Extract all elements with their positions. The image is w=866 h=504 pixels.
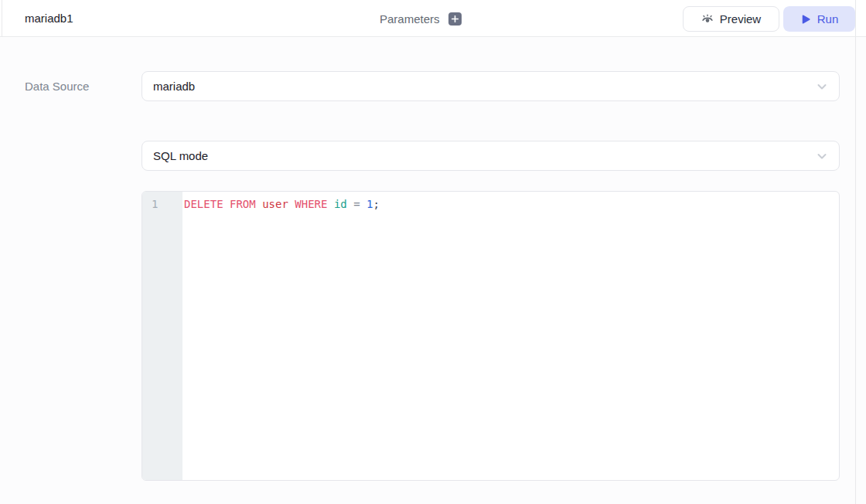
sql-code-editor: 1 DELETE FROM user WHERE id = 1; [141,191,840,481]
code-input-area[interactable]: DELETE FROM user WHERE id = 1; [182,192,839,480]
preview-button-label: Preview [720,12,761,26]
line-number: 1 [142,192,182,211]
query-title[interactable]: mariadb1 [25,0,73,37]
query-config-panel: Data Source mariadb SQL mode 1 DELETE FR… [0,38,866,504]
panel-divider [2,0,2,37]
play-icon [800,14,811,25]
eye-icon [701,13,714,26]
data-source-select-value: mariadb [142,80,195,93]
run-button[interactable]: Run [783,6,855,32]
run-button-label: Run [817,12,839,26]
add-parameter-button[interactable] [448,12,462,26]
parameters-label: Parameters [380,12,440,26]
chevron-down-icon [814,148,830,164]
editor-gutter: 1 [142,192,182,480]
data-source-label: Data Source [25,71,89,101]
data-source-select[interactable]: mariadb [141,71,840,101]
preview-button[interactable]: Preview [683,6,779,32]
parameters-group: Parameters [380,0,462,37]
mode-select-value: SQL mode [142,149,208,162]
plus-icon [452,13,459,25]
header-actions: Preview Run [683,6,855,32]
panel-right-divider [855,0,856,504]
code-line: DELETE FROM user WHERE id = 1; [182,198,839,211]
header-bar: mariadb1 Parameters Preview [0,0,866,37]
chevron-down-icon [814,79,830,94]
mode-select[interactable]: SQL mode [141,141,840,171]
